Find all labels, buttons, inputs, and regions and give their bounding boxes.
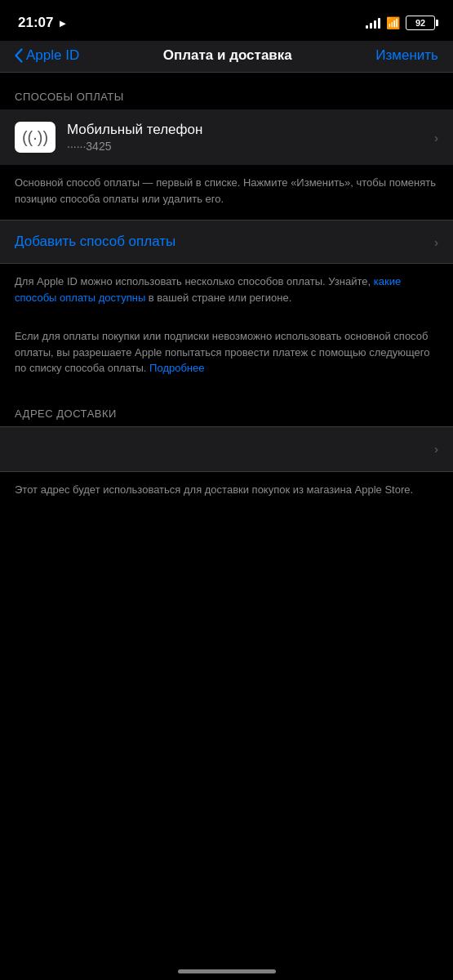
signal-bar-2	[370, 23, 372, 29]
page-title: Оплата и доставка	[163, 47, 292, 64]
status-time: 21:07 ►	[18, 15, 68, 31]
signal-bar-4	[378, 18, 380, 29]
add-payment-chevron-icon: ›	[434, 235, 438, 249]
delivery-section-header: АДРЕС ДОСТАВКИ	[0, 390, 453, 426]
delivery-chevron-icon: ›	[434, 442, 438, 456]
wireless-payment-icon: ((·))	[22, 128, 48, 147]
payment-method-row[interactable]: ((·)) Мобильный телефон ······3425 ›	[0, 109, 453, 165]
payment-method-text: Мобильный телефон ······3425	[67, 122, 428, 153]
chevron-left-icon	[15, 48, 23, 63]
battery-indicator: 92	[406, 16, 435, 30]
wifi-icon: 📶	[386, 16, 400, 29]
add-payment-row[interactable]: Добавить способ оплаты ›	[0, 220, 453, 264]
back-label: Apple ID	[26, 47, 79, 64]
payment-info-text-2: Для Apple ID можно использовать нескольк…	[0, 264, 453, 318]
payment-info-text-3: Если для оплаты покупки или подписки нев…	[0, 318, 453, 390]
payment-info-text-1: Основной способ оплаты — первый в списке…	[0, 165, 453, 220]
payment-method-subtitle: ······3425	[67, 140, 428, 153]
payment-icon: ((·))	[15, 122, 56, 153]
edit-button[interactable]: Изменить	[375, 47, 438, 64]
delivery-info-text: Этот адрес будет использоваться для дост…	[0, 472, 453, 511]
main-content: СПОСОБЫ ОПЛАТЫ ((·)) Мобильный телефон ·…	[0, 73, 453, 510]
signal-icon	[366, 17, 380, 29]
signal-bar-3	[374, 20, 376, 29]
signal-bar-1	[366, 25, 368, 29]
delivery-address-row[interactable]: ›	[0, 426, 453, 472]
home-indicator	[178, 969, 276, 973]
info-text-3-part1: Если для оплаты покупки или подписки нев…	[15, 330, 429, 374]
status-bar: 21:07 ► 📶 92	[0, 0, 453, 41]
payment-section-header: СПОСОБЫ ОПЛАТЫ	[0, 73, 453, 109]
status-icons: 📶 92	[366, 16, 435, 30]
info-text-2-part1: Для Apple ID можно использовать нескольк…	[15, 275, 374, 287]
learn-more-link[interactable]: Подробнее	[149, 362, 204, 374]
add-payment-label: Добавить способ оплаты	[15, 234, 428, 250]
location-icon: ►	[57, 17, 68, 29]
back-button[interactable]: Apple ID	[15, 47, 79, 64]
payment-method-title: Мобильный телефон	[67, 122, 428, 138]
chevron-right-icon: ›	[434, 131, 438, 145]
info-text-2-part2: в вашей стране или регионе.	[145, 292, 291, 304]
nav-bar: Apple ID Оплата и доставка Изменить	[0, 41, 453, 73]
payment-methods-list: ((·)) Мобильный телефон ······3425 ›	[0, 109, 453, 165]
